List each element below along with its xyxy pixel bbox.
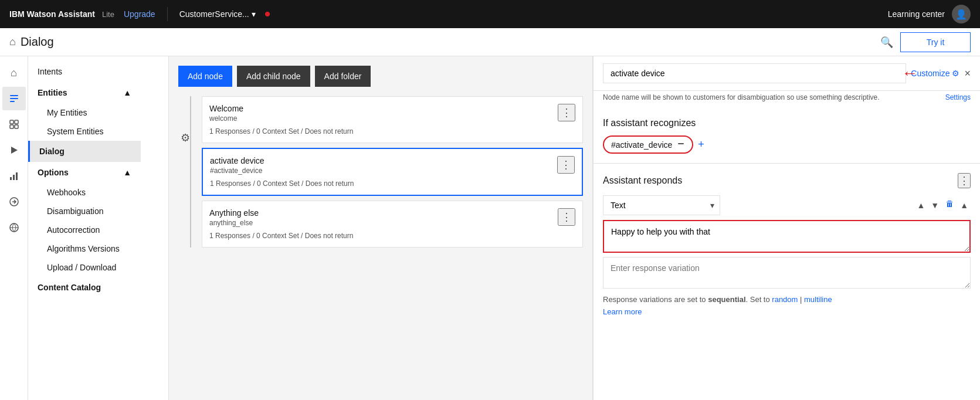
right-panel: ← Customize ⚙ × Node name will be shown …: [593, 56, 980, 400]
search-button[interactable]: 🔍: [878, 33, 896, 51]
try-it-button[interactable]: Try it: [900, 32, 971, 52]
multiline-link[interactable]: multiline: [804, 295, 832, 304]
node-footer-activate-device: 1 Responses / 0 Context Set / Does not r…: [203, 177, 582, 195]
close-panel-button[interactable]: ×: [964, 67, 971, 80]
node-menu-welcome[interactable]: ⋮: [558, 104, 575, 121]
avatar-icon: 👤: [955, 9, 967, 20]
tree-connector-line: [190, 96, 191, 248]
sidebar-icon-dialog[interactable]: [2, 138, 26, 162]
svg-rect-1: [10, 98, 18, 99]
response-variation-input[interactable]: [603, 257, 971, 289]
sidebar-item-upload-download[interactable]: Upload / Download: [28, 258, 141, 277]
search-icon: 🔍: [880, 36, 893, 48]
sidebar-item-algorithms-versions[interactable]: Algorithms Versions: [28, 239, 141, 258]
response-collapse-button[interactable]: ▲: [958, 197, 971, 213]
svg-rect-9: [13, 175, 15, 180]
gear-icon-area: ⚙: [181, 131, 190, 144]
response-down-button[interactable]: ▼: [928, 197, 941, 213]
toolbar: Add node Add child node Add folder: [178, 66, 583, 87]
top-navigation: IBM Watson Assistant Lite Upgrade Custom…: [0, 0, 980, 28]
responds-header: Assistant responds ⋮: [603, 173, 971, 188]
dialog-label: Dialog: [39, 147, 65, 156]
node-name-input[interactable]: [603, 63, 906, 83]
options-chevron-icon: ▲: [123, 168, 131, 177]
svg-rect-2: [10, 101, 15, 102]
upgrade-link[interactable]: Upgrade: [124, 9, 155, 19]
node-menu-activate-device[interactable]: ⋮: [557, 156, 575, 174]
node-hint: Node name will be shown to customers for…: [594, 91, 980, 109]
random-link[interactable]: random: [772, 295, 798, 304]
response-delete-button[interactable]: [942, 197, 957, 213]
condition-delete-button[interactable]: [677, 140, 685, 150]
chevron-down-icon: ▾: [252, 9, 256, 19]
if-recognizes-section: If assistant recognizes #activate_device…: [594, 109, 980, 164]
customize-button[interactable]: Customize ⚙: [911, 69, 959, 78]
sidebar-item-options[interactable]: Options ▲: [28, 162, 141, 183]
response-arrows: ▲ ▼ ▲: [914, 197, 971, 213]
dialog-node-anything-else[interactable]: Anything else anything_else ⋮ 1 Response…: [202, 201, 583, 248]
svg-rect-14: [678, 143, 684, 144]
add-folder-button[interactable]: Add folder: [315, 66, 371, 87]
sidebar-item-content-catalog[interactable]: Content Catalog: [28, 277, 141, 298]
sidebar-icon-intents[interactable]: [2, 87, 26, 110]
content-area: Add node Add child node Add folder ⚙ Wel…: [169, 56, 980, 400]
node-title-anything-else: Anything else: [209, 208, 259, 218]
sidebar-item-dialog[interactable]: Dialog: [28, 141, 141, 162]
dialog-node-welcome[interactable]: Welcome welcome ⋮ 1 Responses / 0 Contex…: [202, 96, 583, 143]
svg-rect-0: [10, 95, 18, 96]
main-layout: ⌂: [0, 56, 980, 400]
response-up-button[interactable]: ▲: [914, 197, 927, 213]
sidebar-icon-home[interactable]: ⌂: [2, 61, 26, 84]
sidebar-item-autocorrection[interactable]: Autocorrection: [28, 221, 141, 239]
sidebar-item-entities[interactable]: Entities ▲: [28, 82, 141, 103]
sidebar-nav-list: Intents Entities ▲ My Entities System En…: [28, 56, 141, 303]
pipe-text: |: [798, 295, 804, 304]
sidebar-item-intents[interactable]: Intents: [28, 61, 141, 82]
gear-icon: ⚙: [952, 69, 959, 78]
sidebar-item-my-entities[interactable]: My Entities: [28, 103, 141, 122]
sidebar-icon-analytics[interactable]: [2, 164, 26, 188]
sidebar-nav: Intents Entities ▲ My Entities System En…: [28, 56, 169, 400]
add-node-button[interactable]: Add node: [178, 66, 232, 87]
responds-menu-button[interactable]: ⋮: [958, 173, 971, 188]
condition-area: #activate_device +: [603, 135, 971, 154]
dialog-tree: ⚙ Welcome welcome ⋮ 1 Responses / 0 Cont…: [178, 96, 583, 248]
red-arrow-indicator: ←: [901, 64, 918, 83]
response-footer-text2: . Set to: [746, 295, 772, 304]
condition-add-button[interactable]: +: [698, 138, 704, 151]
dialog-canvas: Add node Add child node Add folder ⚙ Wel…: [169, 56, 593, 400]
home-icon[interactable]: ⌂: [9, 36, 16, 48]
sidebar-item-webhooks[interactable]: Webhooks: [28, 183, 141, 202]
gear-icon[interactable]: ⚙: [181, 132, 190, 144]
learning-center-link[interactable]: Learning center: [888, 9, 945, 19]
svg-rect-8: [10, 177, 12, 180]
node-header-anything-else: Anything else anything_else ⋮: [202, 201, 582, 229]
node-title-welcome: Welcome: [209, 104, 243, 113]
node-footer-anything-else: 1 Responses / 0 Context Set / Does not r…: [202, 229, 582, 247]
notification-dot: [265, 12, 270, 16]
brand-logo: IBM Watson Assistant: [9, 9, 95, 19]
condition-chip: #activate_device: [603, 135, 693, 154]
node-subtitle-welcome: welcome: [209, 114, 243, 123]
workspace-selector[interactable]: CustomerService... ▾: [179, 9, 256, 19]
svg-rect-3: [10, 120, 13, 124]
dialog-node-activate-device[interactable]: activate device #activate_device ⋮ 1 Res…: [202, 148, 583, 196]
sidebar-item-system-entities[interactable]: System Entities: [28, 122, 141, 141]
svg-rect-5: [10, 125, 13, 128]
user-avatar[interactable]: 👤: [952, 5, 971, 23]
node-subtitle-anything-else: anything_else: [209, 219, 259, 227]
node-title-activate-device: activate device: [210, 156, 265, 165]
node-menu-anything-else[interactable]: ⋮: [558, 208, 575, 226]
learn-more-link[interactable]: Learn more: [603, 307, 971, 316]
response-type-wrapper: Text Option Pause Image Connect to human…: [603, 195, 720, 215]
add-child-node-button[interactable]: Add child node: [237, 66, 310, 87]
sidebar-icon-entities[interactable]: [2, 113, 26, 136]
sidebar-icon-deploy[interactable]: [2, 190, 26, 213]
settings-link[interactable]: Settings: [945, 93, 971, 101]
sidebar-item-disambiguation[interactable]: Disambiguation: [28, 202, 141, 221]
sidebar-icon-integrations[interactable]: [2, 216, 26, 239]
response-type-row: Text Option Pause Image Connect to human…: [603, 195, 971, 215]
response-type-select[interactable]: Text Option Pause Image Connect to human…: [603, 195, 720, 215]
options-label: Options: [38, 168, 69, 177]
response-text-input[interactable]: Happy to help you with that: [603, 220, 971, 253]
